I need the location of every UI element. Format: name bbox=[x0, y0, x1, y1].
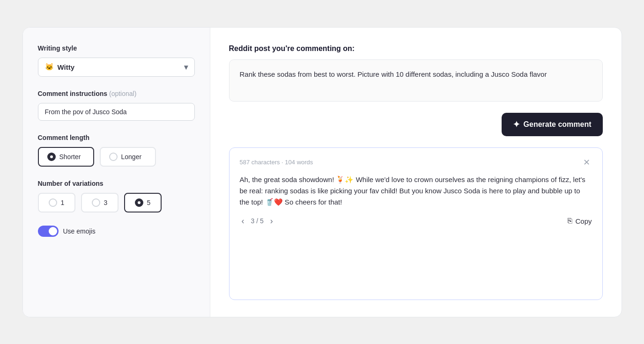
left-panel: Writing style 🐱 Witty ▾ Comment instruct… bbox=[23, 28, 210, 317]
shorter-radio-dot bbox=[47, 153, 56, 161]
length-longer-option[interactable]: Longer bbox=[100, 147, 156, 167]
longer-radio-dot bbox=[109, 153, 118, 161]
generate-row: ✦ Generate comment bbox=[229, 113, 603, 136]
length-radio-group: Shorter Longer bbox=[38, 147, 195, 167]
use-emojis-label: Use emojis bbox=[63, 227, 96, 235]
reddit-post-text: Rank these sodas from best to worst. Pic… bbox=[240, 70, 547, 78]
next-page-button[interactable]: › bbox=[268, 215, 275, 227]
result-meta: 587 characters · 104 words bbox=[240, 159, 313, 166]
variation-3-dot bbox=[92, 198, 100, 207]
comment-length-label: Comment length bbox=[38, 134, 195, 141]
writing-style-value: Witty bbox=[58, 63, 75, 71]
chevron-down-icon: ▾ bbox=[184, 63, 188, 72]
result-text: Ah, the great soda showdown! 🍹✨ While we… bbox=[240, 174, 592, 208]
writing-style-label: Writing style bbox=[38, 44, 195, 52]
variation-5-label: 5 bbox=[147, 199, 151, 206]
comment-instructions-label: Comment instructions (optional) bbox=[38, 90, 195, 97]
variations-section: Number of variations 1 3 5 bbox=[38, 180, 195, 212]
right-panel: Reddit post you're commenting on: Rank t… bbox=[210, 28, 622, 317]
shorter-label: Shorter bbox=[59, 153, 81, 161]
witty-emoji: 🐱 bbox=[45, 63, 54, 71]
copy-label: Copy bbox=[575, 217, 592, 225]
optional-label: (optional) bbox=[109, 90, 136, 97]
variation-1-dot bbox=[49, 198, 57, 207]
variation-5-dot bbox=[135, 198, 143, 207]
sparkle-icon: ✦ bbox=[513, 119, 520, 130]
use-emojis-toggle[interactable] bbox=[38, 226, 59, 237]
toggle-thumb bbox=[49, 227, 57, 235]
result-footer: ‹ 3 / 5 › ⎘ Copy bbox=[240, 215, 592, 227]
writing-style-select[interactable]: 🐱 Witty ▾ bbox=[38, 58, 195, 77]
style-select-left: 🐱 Witty bbox=[45, 63, 75, 71]
prev-page-button[interactable]: ‹ bbox=[240, 215, 246, 227]
variations-group: 1 3 5 bbox=[38, 193, 195, 212]
page-info: 3 / 5 bbox=[251, 217, 264, 225]
close-result-button[interactable]: ✕ bbox=[581, 157, 592, 168]
longer-label: Longer bbox=[121, 153, 142, 161]
result-card: 587 characters · 104 words ✕ Ah, the gre… bbox=[229, 147, 603, 300]
generate-btn-label: Generate comment bbox=[524, 120, 592, 129]
main-card: Writing style 🐱 Witty ▾ Comment instruct… bbox=[22, 27, 622, 317]
reddit-post-label: Reddit post you're commenting on: bbox=[229, 44, 603, 53]
variations-label: Number of variations bbox=[38, 180, 195, 187]
length-shorter-option[interactable]: Shorter bbox=[38, 147, 94, 167]
copy-button[interactable]: ⎘ Copy bbox=[568, 217, 592, 225]
generate-comment-button[interactable]: ✦ Generate comment bbox=[502, 113, 603, 136]
result-header: 587 characters · 104 words ✕ bbox=[240, 157, 592, 168]
comment-instructions-input[interactable] bbox=[38, 103, 195, 121]
variation-1-option[interactable]: 1 bbox=[38, 193, 75, 212]
copy-icon: ⎘ bbox=[568, 217, 572, 225]
variation-3-option[interactable]: 3 bbox=[81, 193, 118, 212]
variation-1-label: 1 bbox=[61, 199, 65, 206]
variation-5-option[interactable]: 5 bbox=[124, 193, 162, 212]
pagination: ‹ 3 / 5 › bbox=[240, 215, 275, 227]
reddit-post-box: Rank these sodas from best to worst. Pic… bbox=[229, 59, 603, 102]
variation-3-label: 3 bbox=[104, 199, 108, 206]
use-emojis-row: Use emojis bbox=[38, 226, 195, 237]
comment-length-section: Comment length Shorter Longer bbox=[38, 134, 195, 167]
